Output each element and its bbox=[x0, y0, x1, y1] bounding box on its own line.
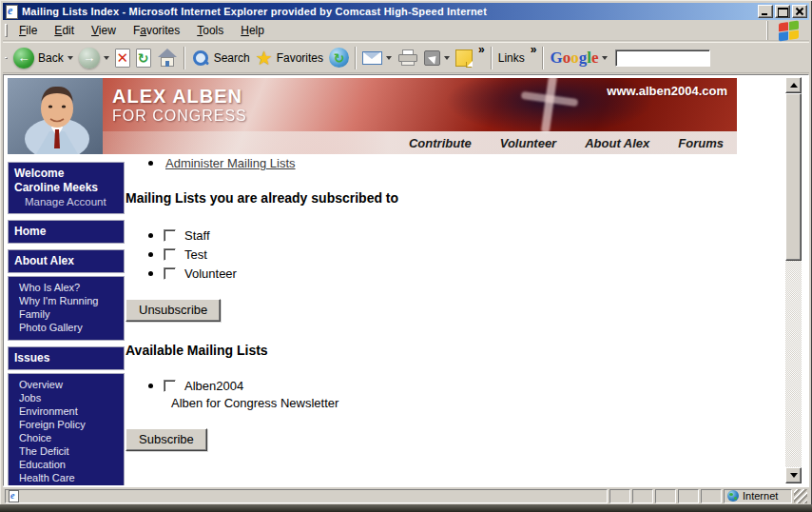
minimize-button[interactable] bbox=[758, 5, 773, 18]
menu-items: FileEditViewFavoritesToolsHelp bbox=[10, 21, 273, 40]
ie-app-icon[interactable] bbox=[6, 5, 18, 19]
list-bullet bbox=[148, 233, 153, 238]
security-zone-pane: Internet bbox=[724, 489, 792, 503]
google-search-input[interactable] bbox=[615, 49, 710, 67]
back-dropdown-icon[interactable] bbox=[68, 56, 73, 60]
banner-nav-link[interactable]: Contribute bbox=[409, 136, 472, 150]
toolbar-grip-handle[interactable] bbox=[5, 57, 8, 59]
back-label: Back bbox=[38, 51, 64, 65]
links-overflow-chevron[interactable]: » bbox=[528, 43, 540, 56]
search-label: Search bbox=[214, 51, 250, 65]
welcome-label: Welcome bbox=[14, 167, 118, 181]
sidebar-link[interactable]: Overview bbox=[19, 378, 120, 391]
admin-link-row: Administer Mailing Lists bbox=[148, 155, 677, 170]
sidebar-header-about-alex[interactable]: About Alex bbox=[8, 249, 125, 273]
maximize-button[interactable] bbox=[775, 5, 790, 18]
banner-nav-link[interactable]: Forums bbox=[678, 136, 724, 150]
mailing-list-row: Volunteer bbox=[148, 264, 677, 283]
mailing-list-label: Staff bbox=[184, 228, 210, 243]
mailing-list-row: Alben2004 bbox=[148, 376, 677, 395]
favorites-button[interactable]: ★ Favorites bbox=[253, 47, 326, 69]
sidebar-link[interactable]: Who Is Alex? bbox=[19, 281, 120, 294]
toolbar-separator bbox=[184, 47, 185, 69]
status-bar: Internet bbox=[3, 486, 809, 504]
edit-dropdown-icon[interactable] bbox=[444, 56, 450, 60]
back-icon: ← bbox=[13, 48, 34, 69]
sidebar-link[interactable]: Why I'm Running bbox=[19, 294, 120, 307]
manage-account-link[interactable]: Manage Account bbox=[14, 195, 118, 209]
alex-alben-photo bbox=[8, 78, 103, 154]
zone-label: Internet bbox=[743, 490, 778, 502]
campaign-url: www.alben2004.com bbox=[607, 84, 727, 98]
stop-button[interactable]: ✕ bbox=[112, 47, 133, 69]
sidebar-link[interactable]: Environment bbox=[19, 404, 120, 418]
home-label: Home bbox=[14, 225, 118, 239]
refresh-button[interactable]: ↻ bbox=[133, 47, 154, 69]
menu-item[interactable]: View bbox=[83, 21, 125, 40]
unsubscribe-button[interactable]: Unsubscribe bbox=[126, 299, 221, 322]
forward-button[interactable]: → bbox=[76, 46, 112, 70]
google-dropdown-icon[interactable] bbox=[602, 56, 608, 60]
history-button[interactable] bbox=[326, 46, 352, 69]
banner-nav-link[interactable]: About Alex bbox=[585, 136, 649, 150]
mail-button[interactable] bbox=[359, 49, 395, 67]
window-bottom-edge bbox=[0, 504, 812, 512]
back-button[interactable]: ← Back bbox=[10, 46, 76, 70]
history-icon bbox=[329, 48, 349, 68]
google-logo-letter: o bbox=[570, 49, 579, 68]
user-name: Caroline Meeks bbox=[14, 181, 118, 195]
sidebar-link[interactable]: Education bbox=[19, 458, 120, 471]
resize-grip[interactable] bbox=[794, 489, 807, 503]
menu-item[interactable]: Edit bbox=[46, 21, 83, 40]
banner-nav: ContributeVolunteerAbout AlexForums bbox=[103, 131, 737, 154]
search-button[interactable]: Search bbox=[188, 47, 253, 69]
administer-mailing-lists-link[interactable]: Administer Mailing Lists bbox=[165, 156, 296, 170]
forward-dropdown-icon[interactable] bbox=[104, 56, 109, 60]
google-toolbar-button[interactable]: Google bbox=[547, 47, 610, 69]
links-bar[interactable]: Links bbox=[495, 49, 528, 67]
mailing-list-label: Alben2004 bbox=[184, 379, 243, 393]
vertical-scrollbar[interactable] bbox=[785, 77, 802, 483]
home-button[interactable] bbox=[154, 47, 181, 69]
menu-item[interactable]: Tools bbox=[188, 21, 232, 40]
status-pane bbox=[701, 489, 722, 503]
available-list-item: Alben2004 Alben for Congress Newsletter bbox=[126, 376, 677, 411]
menu-grip-handle[interactable] bbox=[5, 24, 8, 37]
mailing-list-checkbox[interactable] bbox=[164, 248, 176, 261]
scroll-up-button[interactable] bbox=[785, 77, 802, 93]
sidebar-link[interactable]: Jobs bbox=[19, 391, 120, 404]
sidebar-link[interactable]: Photo Gallery bbox=[19, 321, 120, 334]
sidebar-header-issues[interactable]: Issues bbox=[8, 346, 125, 370]
sidebar-link[interactable]: Family bbox=[19, 307, 120, 321]
about-alex-label: About Alex bbox=[14, 254, 118, 268]
banner-nav-link[interactable]: Volunteer bbox=[500, 136, 556, 150]
menu-item[interactable]: Favorites bbox=[125, 21, 188, 40]
main-content: Administer Mailing Lists Mailing Lists y… bbox=[126, 155, 677, 451]
sidebar-link[interactable]: The Deficit bbox=[19, 444, 120, 458]
discuss-button[interactable] bbox=[453, 48, 475, 69]
toolbar-overflow-chevron[interactable]: » bbox=[475, 43, 488, 56]
status-pane bbox=[678, 489, 699, 503]
mailing-list-checkbox[interactable] bbox=[164, 229, 176, 242]
scrollbar-thumb[interactable] bbox=[785, 93, 802, 261]
sidebar-about-items: Who Is Alex?Why I'm RunningFamilyPhoto G… bbox=[8, 276, 125, 341]
mailing-list-checkbox[interactable] bbox=[164, 267, 176, 280]
edit-button[interactable] bbox=[421, 49, 453, 68]
close-button[interactable] bbox=[792, 5, 807, 18]
mail-dropdown-icon[interactable] bbox=[386, 56, 392, 60]
scroll-down-icon bbox=[790, 473, 798, 478]
browser-viewport: ALEX ALBEN FOR CONGRESS www.alben2004.co… bbox=[3, 74, 809, 486]
subscribe-button[interactable]: Subscribe bbox=[126, 428, 207, 451]
mailing-list-checkbox[interactable] bbox=[164, 380, 176, 392]
scroll-down-button[interactable] bbox=[785, 467, 802, 483]
sidebar-link[interactable]: Foreign Policy bbox=[19, 418, 120, 431]
print-button[interactable] bbox=[395, 48, 421, 69]
print-icon bbox=[397, 49, 418, 67]
menu-item[interactable]: File bbox=[10, 21, 46, 40]
menu-item[interactable]: Help bbox=[232, 21, 273, 40]
forward-icon: → bbox=[79, 48, 100, 69]
sidebar-link[interactable]: Health Care bbox=[19, 471, 120, 484]
sidebar-item-home[interactable]: Home bbox=[8, 220, 125, 244]
throbber bbox=[767, 21, 809, 40]
sidebar-link[interactable]: Choice bbox=[19, 431, 120, 444]
